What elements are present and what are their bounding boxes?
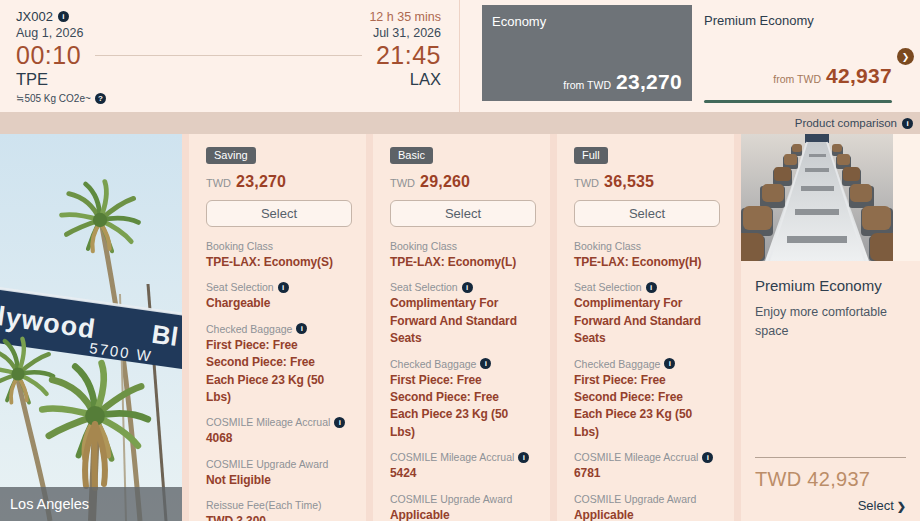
fare-section: Booking ClassTPE-LAX: Economy(L) <box>390 240 536 271</box>
info-icon[interactable]: i <box>646 282 657 293</box>
city-name-bar: Los Angeles <box>0 487 182 521</box>
fare-section-value: Chargeable <box>206 295 352 312</box>
flight-duration: 12 h 35 mins <box>369 10 441 24</box>
destination-photo-card: Hollywood Bl 5700 W Los Angeles <box>0 134 182 521</box>
fare-section: COSMILE Upgrade AwardApplicable <box>574 493 720 521</box>
los-angeles-photo: Hollywood Bl 5700 W <box>0 134 182 521</box>
flight-header: JX002 i 12 h 35 mins Aug 1, 2026 Jul 31,… <box>0 0 920 112</box>
fare-column: Full TWD 36,535 Select Booking ClassTPE-… <box>557 134 734 521</box>
fare-section: Reissue Fee(Each Time)TWD 3,300 <box>206 499 352 521</box>
premium-from-label: from TWD <box>773 73 821 85</box>
fare-section-label: COSMILE Upgrade Award <box>390 493 512 505</box>
fare-section-label: COSMILE Upgrade Award <box>574 493 696 505</box>
premium-economy-panel: Premium Economy Enjoy more comfortable s… <box>741 134 920 521</box>
info-icon[interactable]: i <box>518 452 529 463</box>
fare-badge: Basic <box>390 147 433 164</box>
fare-section-value: First Piece: Free Second Piece: Free Eac… <box>390 372 536 442</box>
co2-value: ≒505 Kg CO2e~ <box>16 93 91 104</box>
fare-section: Seat SelectioniComplimentary For Forward… <box>574 281 720 347</box>
cabin-tabs: Economy from TWD 23,270 Premium Economy … <box>460 0 920 112</box>
panel-description: Enjoy more comfortable space <box>755 303 895 342</box>
route-line <box>95 55 362 56</box>
fare-sections: Booking ClassTPE-LAX: Economy(S)Seat Sel… <box>206 240 352 521</box>
fare-section-label: Checked Baggage <box>390 358 476 370</box>
arrive-time: 21:45 <box>376 41 441 70</box>
info-icon[interactable]: i <box>702 452 713 463</box>
fare-section-label: Reissue Fee(Each Time) <box>206 499 322 511</box>
fare-section-value: Complimentary For Forward And Standard S… <box>390 295 536 347</box>
panel-divider <box>755 457 906 458</box>
depart-date: Aug 1, 2026 <box>16 26 83 40</box>
fare-section: Checked BaggageiFirst Piece: Free Second… <box>206 323 352 407</box>
fare-section: Booking ClassTPE-LAX: Economy(H) <box>574 240 720 271</box>
fare-section-label: Checked Baggage <box>206 323 292 335</box>
origin-code: TPE <box>16 70 48 89</box>
tab-premium-economy[interactable]: Premium Economy from TWD 42,937 <box>704 5 892 106</box>
panel-image-margin <box>893 134 920 261</box>
cabin-photo <box>741 134 893 261</box>
fare-column: Basic TWD 29,260 Select Booking ClassTPE… <box>373 134 550 521</box>
fare-section-label: Booking Class <box>390 240 457 252</box>
premium-price: 42,937 <box>826 64 892 88</box>
select-button[interactable]: Select <box>390 200 536 227</box>
fare-section-label: Booking Class <box>574 240 641 252</box>
fare-amount: 23,270 <box>236 173 286 191</box>
fare-section-value: 4068 <box>206 430 352 447</box>
destination-code: LAX <box>410 70 441 89</box>
info-icon[interactable]: i <box>664 358 675 369</box>
fare-section: Seat SelectioniComplimentary For Forward… <box>390 281 536 347</box>
fare-section-label: COSMILE Mileage Accrual <box>390 451 514 463</box>
comparison-info-icon[interactable]: i <box>902 118 913 129</box>
fare-section-value: TPE-LAX: Economy(L) <box>390 254 536 271</box>
info-icon[interactable]: i <box>296 323 307 334</box>
fare-sections: Booking ClassTPE-LAX: Economy(H)Seat Sel… <box>574 240 720 521</box>
fare-section: COSMILE Mileage Accruali4068 <box>206 416 352 447</box>
fare-section: Checked BaggageiFirst Piece: Free Second… <box>390 358 536 442</box>
depart-time: 00:10 <box>16 41 81 70</box>
panel-price: TWD 42,937 <box>755 468 906 491</box>
fare-section-value: Applicable <box>390 507 536 521</box>
fare-section-value: Complimentary For Forward And Standard S… <box>574 295 720 347</box>
fare-selection-page: JX002 i 12 h 35 mins Aug 1, 2026 Jul 31,… <box>0 0 920 521</box>
select-button[interactable]: Select <box>206 200 352 227</box>
fare-price-row: TWD 23,270 <box>206 173 352 191</box>
fare-section-label: Seat Selection <box>574 281 642 293</box>
panel-select-label: Select <box>858 498 894 513</box>
fare-section-label: Seat Selection <box>206 281 274 293</box>
info-icon[interactable]: i <box>334 417 345 428</box>
fare-section-value: TPE-LAX: Economy(S) <box>206 254 352 271</box>
svg-text:Bl: Bl <box>150 319 180 352</box>
fare-section-value: 5424 <box>390 465 536 482</box>
fare-section-value: First Piece: Free Second Piece: Free Eac… <box>574 372 720 442</box>
info-icon[interactable]: i <box>462 282 473 293</box>
tab-economy[interactable]: Economy from TWD 23,270 <box>482 5 692 101</box>
select-button[interactable]: Select <box>574 200 720 227</box>
info-icon[interactable]: i <box>480 358 491 369</box>
panel-select-link[interactable]: Select❯ <box>755 498 906 513</box>
product-comparison-bar[interactable]: Product comparison i <box>0 112 920 134</box>
fare-section-value: TPE-LAX: Economy(H) <box>574 254 720 271</box>
product-comparison-label: Product comparison <box>795 117 897 129</box>
fare-section-label: COSMILE Mileage Accrual <box>574 451 698 463</box>
fare-section: Booking ClassTPE-LAX: Economy(S) <box>206 240 352 271</box>
city-name: Los Angeles <box>10 496 89 512</box>
fare-currency: TWD <box>390 177 415 189</box>
next-cabin-arrow-button[interactable]: ❯ <box>897 48 914 65</box>
fare-section: COSMILE Upgrade AwardNot Eligible <box>206 458 352 489</box>
fare-section-value: TWD 3,300 <box>206 513 352 521</box>
question-icon[interactable]: ? <box>95 93 106 104</box>
co2-row: ≒505 Kg CO2e~ ? <box>16 93 441 104</box>
fare-section: COSMILE Mileage Accruali5424 <box>390 451 536 482</box>
economy-label: Economy <box>492 14 682 29</box>
fare-section: Seat SelectioniChargeable <box>206 281 352 312</box>
fare-section: COSMILE Upgrade AwardApplicable <box>390 493 536 521</box>
flight-info-icon[interactable]: i <box>58 11 69 22</box>
fare-section-label: COSMILE Upgrade Award <box>206 458 328 470</box>
fare-section: Checked BaggageiFirst Piece: Free Second… <box>574 358 720 442</box>
fare-price-row: TWD 36,535 <box>574 173 720 191</box>
fare-section-value: 6781 <box>574 465 720 482</box>
info-icon[interactable]: i <box>278 282 289 293</box>
fare-sections: Booking ClassTPE-LAX: Economy(L)Seat Sel… <box>390 240 536 521</box>
fare-badge: Saving <box>206 147 256 164</box>
fare-comparison-area: Hollywood Bl 5700 W Los Angeles Savin <box>0 134 920 521</box>
